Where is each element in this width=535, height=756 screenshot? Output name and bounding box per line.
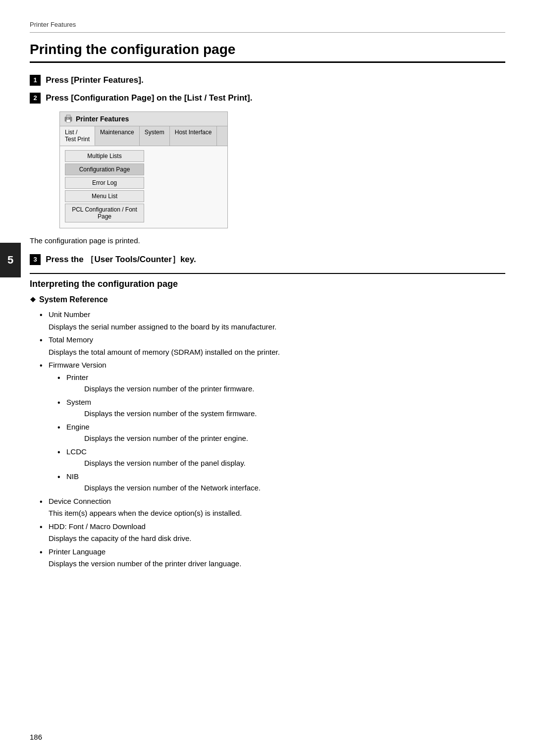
list-item-printer-language: Printer Language [40,546,505,558]
config-note: The configuration page is printed. [30,236,505,245]
item-label: Unit Number [49,310,90,319]
list-item-firmware-version: Firmware Version [40,360,505,371]
sub-item-label: System [66,398,91,406]
tab-host-interface[interactable]: Host Interface [170,126,217,146]
menu-item-error-log[interactable]: Error Log [65,177,144,189]
step-1-number: 1 [30,75,41,86]
total-memory-desc: Displays the total amount of memory (SDR… [49,347,505,358]
list-item-device-connection: Device Connection [40,496,505,507]
printer-desc: Displays the version number of the print… [84,383,505,395]
list-item-printer: Printer [57,372,505,383]
list-item-lcdc: LCDC [57,446,505,458]
engine-desc: Displays the version number of the print… [84,433,505,444]
section-divider [30,273,505,274]
printer-icon [64,114,73,123]
item-label: Firmware Version [49,361,107,369]
tab-list-test-print[interactable]: List /Test Print [60,126,95,146]
printer-features-dialog: Printer Features List /Test Print Mainte… [59,111,228,228]
list-item-engine: Engine [57,422,505,433]
list-item-unit-number: Unit Number [40,309,505,321]
chapter-tab: 5 [0,243,21,277]
list-item-system: System [57,397,505,408]
lcdc-desc: Displays the version number of the panel… [84,458,505,469]
main-list: Unit Number Displays the serial number a… [30,309,505,570]
step-2-number: 2 [30,93,41,104]
diamond-icon: ❖ [30,296,36,304]
step-3-text: Press the ［User Tools/Counter］key. [46,255,196,264]
subsection-heading: ❖ System Reference [30,295,505,304]
svg-rect-1 [66,115,70,117]
printer-language-desc: Displays the version number of the print… [49,558,505,570]
step-1: 1 Press [Printer Features]. [30,75,505,86]
list-item-nib: NIB [57,471,505,483]
item-label: Device Connection [49,497,111,505]
step-3-number: 3 [30,254,41,265]
menu-item-pcl-config[interactable]: PCL Configuration / Font Page [65,204,144,222]
menu-item-multiple-lists[interactable]: Multiple Lists [65,150,144,162]
sub-item-label: Engine [66,423,90,431]
firmware-sub-list: Printer Displays the version number of t… [40,372,505,494]
device-connection-desc: This item(s) appears when the device opt… [49,508,505,519]
hdd-desc: Displays the capacity of the hard disk d… [49,533,505,544]
section-heading: Interpreting the configuration page [30,279,505,289]
step-2: 2 Press [Configuration Page] on the [Lis… [30,93,505,104]
dialog-titlebar: Printer Features [60,112,227,126]
dialog-content: Multiple Lists Configuration Page Error … [60,146,227,228]
item-label: Printer Language [49,547,106,556]
sub-item-label: Printer [66,373,88,381]
svg-rect-3 [67,118,68,119]
dialog-tabs: List /Test Print Maintenance System Host… [60,126,227,146]
list-item-hdd: HDD: Font / Macro Download [40,521,505,533]
svg-rect-2 [66,119,70,122]
list-item-total-memory: Total Memory [40,334,505,346]
tab-system[interactable]: System [140,126,170,146]
subsection-title: System Reference [39,295,108,304]
tab-maintenance[interactable]: Maintenance [95,126,140,146]
menu-item-configuration-page[interactable]: Configuration Page [65,163,144,175]
menu-item-menu-list[interactable]: Menu List [65,190,144,202]
nib-desc: Displays the version number of the Netwo… [84,483,505,494]
step-2-text: Press [Configuration Page] on the [List … [46,93,252,103]
dialog-title: Printer Features [76,115,129,123]
step-1-text: Press [Printer Features]. [46,75,143,85]
unit-number-desc: Displays the serial number assigned to t… [49,322,505,333]
sub-item-label: NIB [66,472,79,481]
item-label: HDD: Font / Macro Download [49,522,146,531]
breadcrumb: Printer Features [30,15,505,33]
sub-item-label: LCDC [66,447,87,456]
item-label: Total Memory [49,335,93,344]
step-3: 3 Press the ［User Tools/Counter］key. [30,254,505,265]
breadcrumb-text: Printer Features [30,21,76,28]
page-number: 186 [30,733,42,741]
main-title: Printing the configuration page [30,42,505,63]
system-desc: Displays the version number of the syste… [84,408,505,420]
